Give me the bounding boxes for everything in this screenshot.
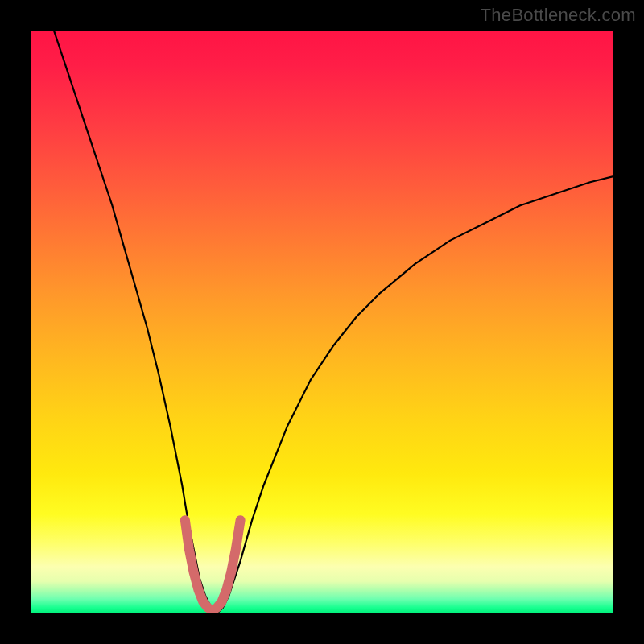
curve-layer xyxy=(31,31,613,613)
watermark-text: TheBottleneck.com xyxy=(481,5,636,26)
plot-area xyxy=(31,31,613,613)
chart-frame: TheBottleneck.com xyxy=(0,0,644,644)
optimal-marker xyxy=(185,520,241,610)
bottleneck-curve xyxy=(54,31,613,613)
